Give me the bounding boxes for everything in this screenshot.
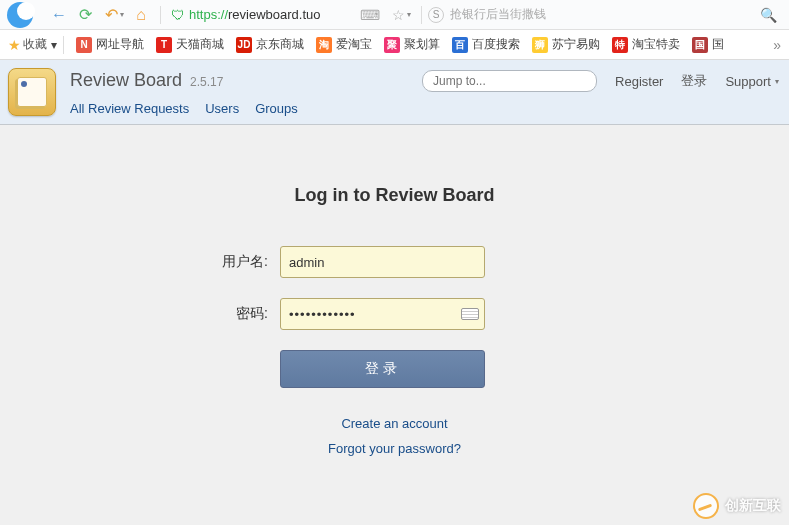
url-host: reviewboard.tuo (228, 7, 321, 22)
bookmark-favicon-icon: N (76, 37, 92, 53)
bookmark-label: 国 (712, 36, 724, 53)
bookmark-favicon-icon: JD (236, 37, 252, 53)
watermark-icon (693, 493, 719, 519)
bookmark-item-1[interactable]: T天猫商城 (156, 36, 224, 53)
login-submit-button[interactable]: 登录 (280, 350, 485, 388)
bookmark-label: 京东商城 (256, 36, 304, 53)
bookmark-item-0[interactable]: N网址导航 (76, 36, 144, 53)
bookmark-item-2[interactable]: JD京东商城 (236, 36, 304, 53)
password-label: 密码: (0, 305, 280, 323)
username-input[interactable] (280, 246, 485, 278)
bookmark-label: 淘宝特卖 (632, 36, 680, 53)
chevron-down-icon: ▾ (775, 77, 779, 86)
browser-toolbar: ← ⟳ ↶ ▾ ⌂ 🛡 https://reviewboard.tuo ⌨ ☆ … (0, 0, 789, 30)
bookmark-item-6[interactable]: 狮苏宁易购 (532, 36, 600, 53)
virtual-keyboard-icon[interactable] (461, 308, 479, 320)
bookmark-favicon-icon: 狮 (532, 37, 548, 53)
create-account-link[interactable]: Create an account (0, 416, 789, 431)
browser-logo-icon (6, 0, 46, 30)
bookmark-item-5[interactable]: 百百度搜索 (452, 36, 520, 53)
favorite-dropdown-icon[interactable]: ▾ (407, 10, 411, 19)
login-link[interactable]: 登录 (681, 72, 707, 90)
bookmarks-dropdown-icon[interactable]: ▾ (51, 38, 57, 52)
url-protocol: https:// (189, 7, 228, 22)
bookmark-label: 网址导航 (96, 36, 144, 53)
bookmark-favicon-icon: 百 (452, 37, 468, 53)
home-button[interactable]: ⌂ (128, 2, 154, 28)
address-bar[interactable]: https://reviewboard.tuo (189, 7, 354, 22)
password-input[interactable] (280, 298, 485, 330)
watermark: 创新互联 (693, 493, 781, 519)
bookmark-label: 百度搜索 (472, 36, 520, 53)
favorite-star-icon[interactable]: ☆ (392, 7, 405, 23)
separator (160, 6, 161, 24)
username-label: 用户名: (0, 253, 280, 271)
search-icon[interactable]: 🔍 (760, 7, 777, 23)
app-version: 2.5.17 (190, 75, 223, 89)
bookmarks-label[interactable]: 收藏 (23, 36, 47, 53)
bookmark-favicon-icon: T (156, 37, 172, 53)
bookmark-favicon-icon: 特 (612, 37, 628, 53)
keyboard-icon[interactable]: ⌨ (360, 7, 380, 23)
jump-to-input[interactable] (422, 70, 597, 92)
back-button[interactable]: ← (46, 2, 72, 28)
login-heading: Log in to Review Board (0, 185, 789, 206)
register-link[interactable]: Register (615, 74, 663, 89)
bookmark-favicon-icon: 淘 (316, 37, 332, 53)
bookmark-item-4[interactable]: 聚聚划算 (384, 36, 440, 53)
search-engine-icon[interactable]: S (428, 7, 444, 23)
login-page: Log in to Review Board 用户名: 密码: 登录 Creat… (0, 125, 789, 456)
reviewboard-logo-icon (8, 68, 56, 116)
bookmarks-overflow-icon[interactable]: » (773, 37, 781, 53)
bookmark-item-7[interactable]: 特淘宝特卖 (612, 36, 680, 53)
svg-point-1 (17, 2, 35, 20)
bookmarks-bar: ★ 收藏 ▾ N网址导航T天猫商城JD京东商城淘爱淘宝聚聚划算百百度搜索狮苏宁易… (0, 30, 789, 60)
bookmark-label: 天猫商城 (176, 36, 224, 53)
bookmarks-star-icon[interactable]: ★ (8, 37, 21, 53)
watermark-text: 创新互联 (725, 497, 781, 515)
bookmark-item-3[interactable]: 淘爱淘宝 (316, 36, 372, 53)
bookmark-label: 苏宁易购 (552, 36, 600, 53)
bookmark-favicon-icon: 国 (692, 37, 708, 53)
nav-users[interactable]: Users (205, 101, 239, 116)
separator (63, 36, 64, 54)
bookmark-label: 爱淘宝 (336, 36, 372, 53)
search-box-placeholder[interactable]: 抢银行后当街撒钱 (444, 6, 760, 23)
app-title: Review Board (70, 70, 182, 91)
reload-button[interactable]: ⟳ (72, 2, 98, 28)
app-header: Review Board 2.5.17 All Review Requests … (0, 60, 789, 125)
support-menu[interactable]: Support ▾ (725, 74, 779, 89)
undo-dropdown-icon[interactable]: ▾ (120, 10, 124, 19)
nav-groups[interactable]: Groups (255, 101, 298, 116)
shield-icon: 🛡 (171, 7, 185, 23)
support-label: Support (725, 74, 771, 89)
bookmark-favicon-icon: 聚 (384, 37, 400, 53)
bookmark-label: 聚划算 (404, 36, 440, 53)
separator (421, 6, 422, 24)
nav-all-review-requests[interactable]: All Review Requests (70, 101, 189, 116)
forgot-password-link[interactable]: Forgot your password? (0, 441, 789, 456)
bookmark-item-8[interactable]: 国国 (692, 36, 724, 53)
